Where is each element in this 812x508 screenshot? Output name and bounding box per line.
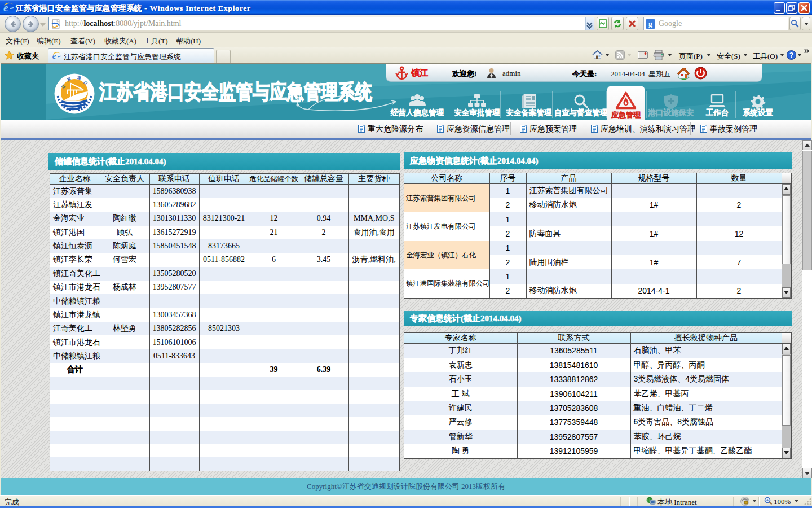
svg-text:?: ? xyxy=(789,51,793,59)
